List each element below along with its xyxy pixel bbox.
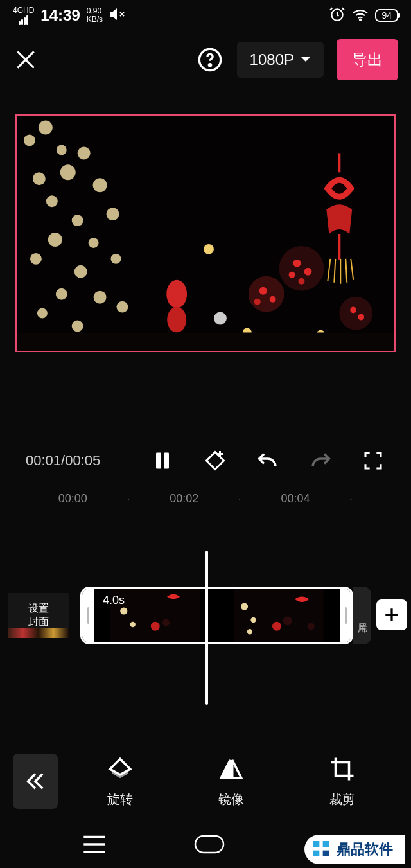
svg-point-16 [93,178,107,192]
svg-point-62 [151,622,160,631]
svg-point-27 [116,301,128,313]
svg-rect-76 [195,836,223,853]
close-button[interactable] [13,47,39,73]
svg-point-23 [111,254,121,264]
svg-point-61 [130,622,136,627]
set-cover-button[interactable]: 设置 封面 [8,593,69,638]
svg-point-43 [293,260,301,267]
svg-point-47 [339,297,372,330]
svg-point-12 [33,172,46,185]
resolution-selector[interactable]: 1080P [237,42,324,78]
svg-point-17 [72,215,83,226]
undo-button[interactable] [256,448,280,473]
network-type: 4GHD [13,6,34,14]
svg-rect-64 [233,589,323,642]
svg-point-24 [56,288,67,300]
svg-rect-77 [313,841,319,847]
keyframe-button[interactable] [203,448,227,473]
system-nav-bar: 鼎品软件 [0,823,411,868]
add-clip-button[interactable] [376,599,407,630]
chevron-down-icon [301,57,311,63]
svg-point-7 [209,64,211,66]
svg-rect-55 [156,453,161,469]
help-button[interactable] [196,46,224,74]
clip-tail[interactable]: 片尾 [353,587,371,644]
volume-muted-icon [109,6,125,25]
svg-point-68 [272,622,281,631]
svg-point-20 [48,233,62,247]
svg-point-14 [46,195,58,207]
clock-time: 14:39 [40,6,80,24]
svg-point-10 [39,121,53,135]
svg-point-60 [120,607,127,614]
svg-point-39 [259,287,267,295]
timeline-ruler: 00:00 · 00:02 · 00:04 · [0,492,411,506]
svg-point-63 [162,619,170,626]
clip-frame [217,589,340,642]
svg-point-9 [24,135,35,146]
nav-menu-button[interactable] [82,835,107,856]
battery-level: 94 [375,9,398,22]
svg-point-38 [249,276,284,312]
mirror-icon [217,755,245,783]
redo-button[interactable] [308,448,333,473]
svg-point-37 [167,307,186,333]
signal-bars-icon [19,15,28,25]
svg-rect-78 [323,841,329,847]
svg-point-13 [60,164,76,180]
preview-area [0,89,411,352]
svg-point-36 [166,280,187,308]
svg-point-11 [57,145,67,155]
svg-point-50 [204,244,214,254]
svg-point-3 [360,19,361,20]
export-button[interactable]: 导出 [337,39,398,80]
svg-point-22 [74,265,87,278]
editor-top-bar: 1080P 导出 [0,31,411,89]
svg-point-41 [254,299,261,305]
svg-point-21 [30,253,42,265]
svg-point-18 [107,208,119,220]
svg-point-67 [247,629,252,634]
timeline[interactable]: 设置 封面 4.0s 片尾 [0,551,411,718]
svg-point-48 [350,307,356,314]
svg-rect-8 [17,116,394,351]
playhead[interactable] [206,551,208,705]
svg-point-46 [289,272,295,278]
mirror-tool[interactable]: 镜像 [217,755,245,808]
fullscreen-button[interactable] [361,448,385,473]
wifi-icon [352,6,369,26]
video-preview[interactable] [15,114,396,352]
svg-point-25 [94,291,107,304]
svg-point-66 [250,617,256,623]
svg-point-49 [358,314,364,321]
svg-point-40 [270,296,276,303]
svg-point-19 [89,238,99,248]
network-speed: 0.90 KB/s [87,7,103,24]
playback-controls: 00:01/00:05 [0,448,411,473]
clip-handle-left[interactable] [82,589,94,642]
alarm-icon [329,6,345,26]
video-clip[interactable]: 4.0s [80,587,353,644]
svg-point-28 [72,321,83,332]
rotate-tool[interactable]: 旋转 [106,755,134,808]
svg-rect-80 [323,851,329,856]
rotate-icon [106,755,134,783]
clip-handle-right[interactable] [340,589,351,642]
svg-point-45 [299,278,305,285]
crop-icon [328,755,356,783]
svg-point-26 [37,308,48,319]
svg-rect-56 [164,453,170,469]
clip-duration: 4.0s [103,594,125,607]
crop-tool[interactable]: 裁剪 [328,755,356,808]
svg-point-69 [283,616,292,625]
edit-toolbar: 旋转 镜像 裁剪 [0,740,411,823]
svg-rect-29 [338,153,340,172]
watermark-badge: 鼎品软件 [304,835,405,864]
resolution-value: 1080P [250,51,294,69]
svg-point-70 [307,623,314,630]
svg-point-65 [240,603,247,610]
pause-button[interactable] [150,448,175,473]
svg-point-44 [304,268,311,276]
toolbar-back-button[interactable] [13,754,58,809]
nav-home-button[interactable] [194,835,225,856]
